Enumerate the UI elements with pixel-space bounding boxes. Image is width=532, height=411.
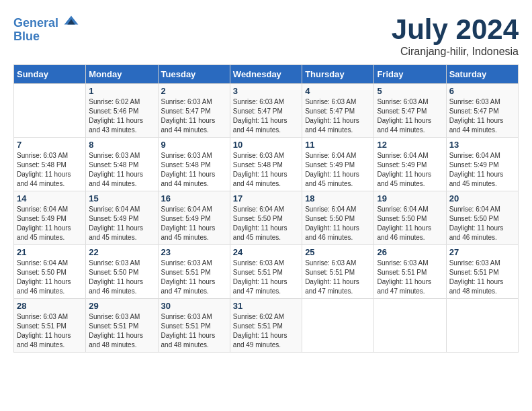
day-number: 26: [377, 247, 443, 257]
day-info: Sunrise: 6:04 AMSunset: 5:49 PMDaylight:…: [17, 205, 83, 242]
day-number: 20: [449, 193, 515, 203]
calendar-day-cell: 12Sunrise: 6:04 AMSunset: 5:49 PMDayligh…: [374, 138, 446, 191]
day-number: 24: [233, 247, 299, 257]
day-info: Sunrise: 6:03 AMSunset: 5:51 PMDaylight:…: [17, 312, 83, 350]
day-number: 15: [89, 193, 154, 203]
day-info: Sunrise: 6:03 AMSunset: 5:51 PMDaylight:…: [305, 259, 371, 296]
day-number: 29: [89, 301, 154, 311]
calendar-day-cell: 13Sunrise: 6:04 AMSunset: 5:49 PMDayligh…: [446, 138, 518, 191]
calendar-week-row: 28Sunrise: 6:03 AMSunset: 5:51 PMDayligh…: [14, 299, 519, 353]
day-number: 18: [305, 193, 371, 203]
calendar-day-cell: [446, 299, 518, 353]
day-info: Sunrise: 6:04 AMSunset: 5:50 PMDaylight:…: [377, 205, 443, 242]
day-info: Sunrise: 6:03 AMSunset: 5:51 PMDaylight:…: [449, 259, 515, 296]
day-info: Sunrise: 6:03 AMSunset: 5:47 PMDaylight:…: [161, 97, 227, 135]
logo-blue-text: Blue: [13, 30, 79, 44]
day-info: Sunrise: 6:03 AMSunset: 5:51 PMDaylight:…: [161, 259, 227, 296]
day-number: 10: [233, 140, 299, 150]
weekday-header: Wednesday: [230, 65, 302, 84]
calendar-day-cell: 7Sunrise: 6:03 AMSunset: 5:48 PMDaylight…: [14, 138, 86, 191]
day-number: 16: [161, 193, 227, 203]
day-info: Sunrise: 6:04 AMSunset: 5:49 PMDaylight:…: [305, 151, 371, 189]
month-title: July 2024: [392, 13, 519, 46]
calendar-day-cell: 27Sunrise: 6:03 AMSunset: 5:51 PMDayligh…: [446, 245, 518, 299]
day-info: Sunrise: 6:03 AMSunset: 5:51 PMDaylight:…: [89, 312, 154, 350]
calendar-day-cell: 14Sunrise: 6:04 AMSunset: 5:49 PMDayligh…: [14, 191, 86, 245]
day-info: Sunrise: 6:03 AMSunset: 5:47 PMDaylight:…: [305, 97, 371, 135]
day-number: 13: [449, 140, 515, 150]
day-number: 6: [449, 86, 515, 96]
logo: General Blue: [13, 13, 79, 44]
weekday-header: Saturday: [446, 65, 518, 84]
calendar-day-cell: 29Sunrise: 6:03 AMSunset: 5:51 PMDayligh…: [86, 299, 158, 353]
calendar-day-cell: 6Sunrise: 6:03 AMSunset: 5:47 PMDaylight…: [446, 84, 518, 138]
day-number: 2: [161, 86, 227, 96]
day-number: 5: [377, 86, 443, 96]
weekday-header: Sunday: [14, 65, 86, 84]
day-number: 11: [305, 140, 371, 150]
day-number: 3: [233, 86, 299, 96]
day-info: Sunrise: 6:03 AMSunset: 5:51 PMDaylight:…: [233, 259, 299, 296]
day-info: Sunrise: 6:03 AMSunset: 5:51 PMDaylight:…: [161, 312, 227, 350]
day-info: Sunrise: 6:03 AMSunset: 5:47 PMDaylight:…: [377, 97, 443, 135]
day-number: 9: [161, 140, 227, 150]
calendar-day-cell: 24Sunrise: 6:03 AMSunset: 5:51 PMDayligh…: [230, 245, 302, 299]
day-number: 4: [305, 86, 371, 96]
day-info: Sunrise: 6:03 AMSunset: 5:47 PMDaylight:…: [449, 97, 515, 135]
weekday-header: Friday: [374, 65, 446, 84]
day-info: Sunrise: 6:04 AMSunset: 5:49 PMDaylight:…: [449, 151, 515, 189]
day-info: Sunrise: 6:04 AMSunset: 5:50 PMDaylight:…: [449, 205, 515, 242]
calendar-week-row: 21Sunrise: 6:04 AMSunset: 5:50 PMDayligh…: [14, 245, 519, 299]
day-number: 21: [17, 247, 83, 257]
day-number: 1: [89, 86, 154, 96]
day-number: 19: [377, 193, 443, 203]
day-info: Sunrise: 6:03 AMSunset: 5:47 PMDaylight:…: [233, 97, 299, 135]
day-info: Sunrise: 6:04 AMSunset: 5:49 PMDaylight:…: [377, 151, 443, 189]
day-info: Sunrise: 6:04 AMSunset: 5:49 PMDaylight:…: [89, 205, 154, 242]
calendar-day-cell: [14, 84, 86, 138]
calendar-day-cell: 10Sunrise: 6:03 AMSunset: 5:48 PMDayligh…: [230, 138, 302, 191]
day-number: 31: [233, 301, 299, 311]
logo-text: General: [13, 13, 79, 30]
day-number: 25: [305, 247, 371, 257]
page-header: General Blue July 2024 Ciranjang-hilir, …: [13, 13, 519, 58]
calendar-day-cell: 30Sunrise: 6:03 AMSunset: 5:51 PMDayligh…: [158, 299, 230, 353]
day-info: Sunrise: 6:04 AMSunset: 5:49 PMDaylight:…: [161, 205, 227, 242]
calendar-day-cell: 11Sunrise: 6:04 AMSunset: 5:49 PMDayligh…: [302, 138, 374, 191]
weekday-header-row: SundayMondayTuesdayWednesdayThursdayFrid…: [14, 65, 519, 84]
calendar-day-cell: 2Sunrise: 6:03 AMSunset: 5:47 PMDaylight…: [158, 84, 230, 138]
day-number: 27: [449, 247, 515, 257]
calendar-day-cell: [374, 299, 446, 353]
day-number: 17: [233, 193, 299, 203]
day-info: Sunrise: 6:03 AMSunset: 5:48 PMDaylight:…: [161, 151, 227, 189]
day-number: 14: [17, 193, 83, 203]
calendar-day-cell: 19Sunrise: 6:04 AMSunset: 5:50 PMDayligh…: [374, 191, 446, 245]
calendar-day-cell: 15Sunrise: 6:04 AMSunset: 5:49 PMDayligh…: [86, 191, 158, 245]
calendar-day-cell: 23Sunrise: 6:03 AMSunset: 5:51 PMDayligh…: [158, 245, 230, 299]
day-info: Sunrise: 6:04 AMSunset: 5:50 PMDaylight:…: [305, 205, 371, 242]
weekday-header: Thursday: [302, 65, 374, 84]
day-number: 8: [89, 140, 154, 150]
day-info: Sunrise: 6:03 AMSunset: 5:48 PMDaylight:…: [233, 151, 299, 189]
logo-icon: [63, 13, 79, 27]
calendar-day-cell: 28Sunrise: 6:03 AMSunset: 5:51 PMDayligh…: [14, 299, 86, 353]
day-info: Sunrise: 6:03 AMSunset: 5:48 PMDaylight:…: [17, 151, 83, 189]
day-info: Sunrise: 6:03 AMSunset: 5:50 PMDaylight:…: [89, 259, 154, 296]
day-info: Sunrise: 6:03 AMSunset: 5:51 PMDaylight:…: [377, 259, 443, 296]
day-number: 12: [377, 140, 443, 150]
calendar-day-cell: 26Sunrise: 6:03 AMSunset: 5:51 PMDayligh…: [374, 245, 446, 299]
calendar-day-cell: 31Sunrise: 6:02 AMSunset: 5:51 PMDayligh…: [230, 299, 302, 353]
calendar-week-row: 1Sunrise: 6:02 AMSunset: 5:46 PMDaylight…: [14, 84, 519, 138]
calendar-day-cell: 17Sunrise: 6:04 AMSunset: 5:50 PMDayligh…: [230, 191, 302, 245]
day-info: Sunrise: 6:02 AMSunset: 5:51 PMDaylight:…: [233, 312, 299, 350]
calendar-day-cell: [302, 299, 374, 353]
calendar-day-cell: 20Sunrise: 6:04 AMSunset: 5:50 PMDayligh…: [446, 191, 518, 245]
day-info: Sunrise: 6:02 AMSunset: 5:46 PMDaylight:…: [89, 97, 154, 135]
weekday-header: Tuesday: [158, 65, 230, 84]
weekday-header: Monday: [86, 65, 158, 84]
calendar-day-cell: 9Sunrise: 6:03 AMSunset: 5:48 PMDaylight…: [158, 138, 230, 191]
calendar-day-cell: 18Sunrise: 6:04 AMSunset: 5:50 PMDayligh…: [302, 191, 374, 245]
calendar-table: SundayMondayTuesdayWednesdayThursdayFrid…: [13, 64, 519, 353]
calendar-day-cell: 3Sunrise: 6:03 AMSunset: 5:47 PMDaylight…: [230, 84, 302, 138]
day-number: 22: [89, 247, 154, 257]
